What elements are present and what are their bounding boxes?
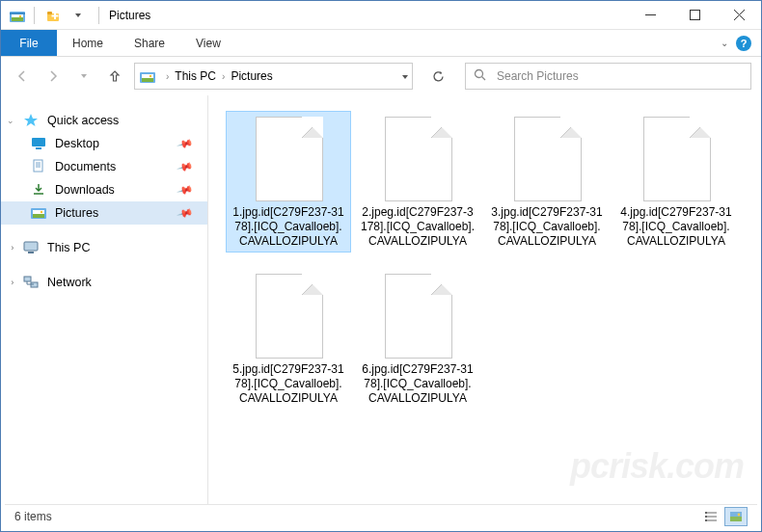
file-item[interactable]: 2.jpeg.id[C279F237-3178].[ICQ_Cavalloeb]… [355,111,480,253]
forward-button[interactable] [41,65,65,88]
sidebar-this-pc[interactable]: ⌄ This PC [1,236,207,259]
tab-home[interactable]: Home [57,30,119,56]
sidebar-item-pictures[interactable]: Pictures 📌 [1,201,207,225]
downloads-icon [30,182,47,198]
search-placeholder: Search Pictures [497,69,579,83]
file-icon [383,272,452,359]
chevron-right-icon[interactable]: ⌄ [6,244,15,252]
file-name-label: 1.jpg.id[C279F237-3178].[ICQ_Cavalloeb].… [231,205,346,249]
navigation-pane: ⌄ Quick access Desktop 📌 Documents 📌 Dow… [1,95,208,510]
svg-rect-10 [690,11,699,20]
location-icon [139,68,156,84]
file-name-label: 5.jpg.id[C279F237-3178].[ICQ_Cavalloeb].… [231,362,346,406]
file-tab[interactable]: File [1,30,57,56]
back-button[interactable] [11,65,34,88]
sidebar-item-documents[interactable]: Documents 📌 [1,155,207,178]
chevron-down-icon[interactable]: ⌄ [7,116,14,125]
pin-icon: 📌 [177,158,195,175]
item-count-label: 6 items [14,510,52,523]
thumbnails-view-button[interactable] [724,507,748,526]
svg-rect-40 [705,516,707,518]
svg-point-29 [41,211,42,213]
file-name-label: 6.jpg.id[C279F237-3178].[ICQ_Cavalloeb].… [360,362,476,406]
file-item[interactable]: 5.jpg.id[C279F237-3178].[ICQ_Cavalloeb].… [226,268,351,410]
svg-rect-41 [705,519,707,521]
chevron-right-icon[interactable]: › [162,71,173,82]
svg-rect-20 [36,147,41,149]
address-bar[interactable]: › This PC › Pictures [134,63,413,90]
svg-rect-8 [52,14,59,16]
svg-point-16 [150,75,151,77]
svg-rect-43 [730,517,742,521]
file-item[interactable]: 1.jpg.id[C279F237-3178].[ICQ_Cavalloeb].… [226,111,351,253]
ribbon: File Home Share View ⌄ ? [1,30,761,57]
chevron-right-icon[interactable]: › [218,71,229,82]
file-name-label: 4.jpg.id[C279F237-3178].[ICQ_Cavalloeb].… [618,205,734,249]
status-bar: 6 items [5,504,757,527]
sidebar-network[interactable]: ⌄ Network [1,271,207,294]
svg-rect-30 [24,242,38,251]
svg-rect-15 [142,78,153,82]
pictures-icon [30,205,47,221]
file-icon [254,272,323,359]
breadcrumb-pictures[interactable]: Pictures [229,69,274,83]
documents-icon [30,159,47,174]
folder-view[interactable]: 1.jpg.id[C279F237-3178].[ICQ_Cavalloeb].… [208,95,761,510]
sidebar-quick-access[interactable]: ⌄ Quick access [1,109,207,132]
pin-icon: 📌 [177,204,195,222]
svg-rect-31 [28,252,34,253]
title-bar: Pictures [1,1,761,30]
file-name-label: 3.jpg.id[C279F237-3178].[ICQ_Cavalloeb].… [489,205,605,249]
quick-access-toolbar-item[interactable] [42,5,64,26]
svg-rect-32 [24,277,31,281]
app-icon [9,8,26,23]
svg-rect-5 [47,13,59,21]
sidebar-item-desktop[interactable]: Desktop 📌 [1,132,207,155]
pin-icon: 📌 [177,135,195,152]
search-icon [474,68,487,85]
minimize-button[interactable] [628,1,672,30]
up-button[interactable] [103,65,126,88]
search-input[interactable]: Search Pictures [465,63,751,90]
file-icon [512,115,582,201]
help-icon[interactable]: ? [736,36,751,51]
network-icon [22,275,40,290]
svg-rect-19 [32,138,45,146]
sidebar-item-label: Quick access [47,114,119,127]
file-name-label: 2.jpeg.id[C279F237-3178].[ICQ_Cavalloeb]… [360,205,476,249]
address-dropdown-icon[interactable] [402,71,408,81]
sidebar-item-label: Documents [55,160,116,173]
chevron-right-icon[interactable]: ⌄ [6,279,15,286]
pin-icon: 📌 [177,181,195,199]
window-title: Pictures [109,9,150,22]
recent-locations-button[interactable] [72,65,95,88]
svg-point-44 [738,513,741,516]
file-icon [254,115,323,201]
sidebar-item-label: Network [47,276,92,289]
svg-rect-39 [705,512,707,514]
ribbon-expand-icon[interactable]: ⌄ [721,38,728,48]
file-icon [383,115,452,201]
svg-line-18 [482,76,486,80]
file-item[interactable]: 4.jpg.id[C279F237-3178].[ICQ_Cavalloeb].… [613,111,739,253]
tab-view[interactable]: View [180,30,236,56]
svg-point-17 [476,69,483,77]
sidebar-item-downloads[interactable]: Downloads 📌 [1,178,207,201]
breadcrumb-this-pc[interactable]: This PC [173,69,218,83]
svg-rect-3 [12,17,23,21]
sidebar-item-label: Desktop [55,137,99,150]
computer-icon [22,240,40,255]
maximize-button[interactable] [672,1,717,30]
file-item[interactable]: 6.jpg.id[C279F237-3178].[ICQ_Cavalloeb].… [355,268,480,410]
file-item[interactable]: 3.jpg.id[C279F237-3178].[ICQ_Cavalloeb].… [484,111,610,253]
refresh-button[interactable] [424,63,451,90]
qat-dropdown[interactable] [68,5,89,26]
tab-share[interactable]: Share [119,30,180,56]
svg-rect-1 [10,13,25,14]
close-button[interactable] [717,1,761,30]
details-view-button[interactable] [699,507,722,526]
file-icon [641,115,711,201]
sidebar-item-label: This PC [47,241,90,254]
desktop-icon [30,136,47,151]
svg-rect-21 [34,160,42,172]
